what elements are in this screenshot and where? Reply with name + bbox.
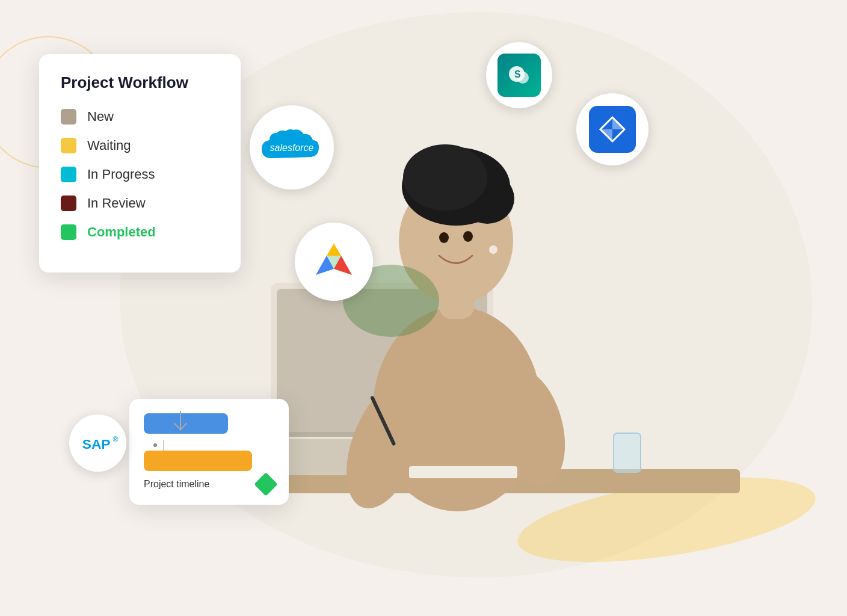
- status-dot-in-review: [61, 196, 76, 211]
- status-label-completed: Completed: [87, 224, 156, 240]
- sap-integration: SAP ®: [69, 414, 126, 472]
- workflow-item-new: New: [61, 109, 219, 125]
- workflow-card: Project Workflow New Waiting In Progress…: [39, 54, 241, 273]
- timeline-bar-yellow: [144, 451, 252, 471]
- salesforce-integration: salesforce: [250, 105, 334, 189]
- status-label-new: New: [87, 109, 114, 125]
- scene: Project Workflow New Waiting In Progress…: [0, 0, 847, 616]
- workflow-item-in-review: In Review: [61, 196, 219, 211]
- svg-text:salesforce: salesforce: [270, 143, 314, 153]
- workflow-title: Project Workflow: [61, 73, 219, 92]
- timeline-footer: Project timeline: [144, 476, 274, 493]
- status-dot-waiting: [61, 138, 76, 153]
- svg-marker-24: [327, 244, 341, 256]
- status-dot-completed: [61, 224, 76, 240]
- status-label-in-progress: In Progress: [87, 167, 155, 182]
- svg-text:SAP: SAP: [82, 436, 110, 451]
- svg-text:S: S: [514, 69, 521, 79]
- timeline-bar-blue: [144, 413, 228, 434]
- timeline-label: Project timeline: [144, 479, 209, 490]
- status-label-waiting: Waiting: [87, 138, 131, 153]
- status-label-in-review: In Review: [87, 196, 146, 211]
- jira-integration: [576, 93, 648, 165]
- workflow-item-waiting: Waiting: [61, 138, 219, 153]
- timeline-diamond-icon: [254, 472, 278, 496]
- workflow-item-in-progress: In Progress: [61, 167, 219, 182]
- workflow-item-completed: Completed: [61, 224, 219, 240]
- status-dot-new: [61, 109, 76, 125]
- sharepoint-integration: S: [486, 42, 552, 108]
- google-drive-integration: [295, 223, 373, 301]
- status-dot-in-progress: [61, 167, 76, 182]
- timeline-card: Project timeline: [129, 399, 289, 505]
- svg-text:®: ®: [112, 436, 118, 444]
